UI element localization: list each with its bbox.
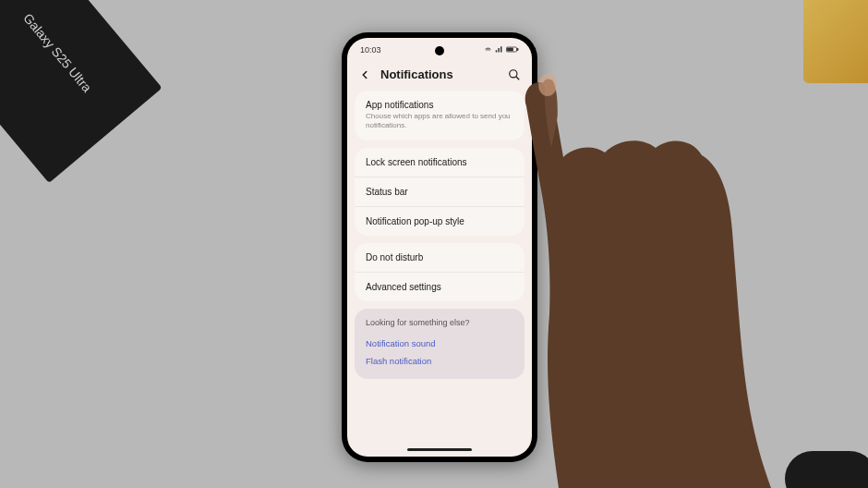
camera-hole (435, 46, 444, 55)
settings-item-app-notifications[interactable]: App notifications Choose which apps are … (355, 91, 524, 140)
suggestion-link-flash-notification[interactable]: Flash notification (366, 352, 513, 370)
svg-rect-2 (508, 48, 513, 51)
settings-item-dnd[interactable]: Do not disturb (355, 243, 524, 273)
item-title: Lock screen notifications (366, 157, 513, 167)
settings-item-status-bar[interactable]: Status bar (355, 177, 524, 207)
status-time: 10:03 (360, 45, 381, 55)
hand-overlay (512, 55, 836, 488)
page-header: Notifications (347, 62, 532, 91)
wooden-block (803, 0, 868, 83)
suggestion-link-notification-sound[interactable]: Notification sound (366, 335, 513, 352)
settings-group: App notifications Choose which apps are … (355, 91, 524, 140)
suggestion-card: Looking for something else? Notification… (355, 309, 524, 379)
nav-handle[interactable] (407, 448, 472, 451)
battery-icon (506, 45, 519, 55)
settings-group: Lock screen notifications Status bar Not… (355, 148, 524, 236)
settings-item-advanced[interactable]: Advanced settings (355, 273, 524, 301)
phone-frame: 10:03 Notifications (342, 32, 537, 462)
settings-group: Do not disturb Advanced settings (355, 243, 524, 301)
settings-item-popup-style[interactable]: Notification pop-up style (355, 207, 524, 236)
wifi-icon (484, 45, 492, 55)
status-icons (484, 45, 519, 55)
item-title: Do not disturb (366, 252, 513, 262)
page-title: Notifications (380, 67, 499, 81)
item-title: Status bar (366, 187, 513, 197)
svg-point-4 (538, 74, 557, 96)
signal-icon (495, 45, 503, 55)
item-subtitle: Choose which apps are allowed to send yo… (366, 112, 513, 131)
search-icon[interactable] (508, 68, 521, 81)
product-box: Galaxy S25 Ultra (0, 0, 163, 183)
svg-rect-1 (517, 48, 518, 50)
item-title: App notifications (366, 100, 513, 110)
product-box-label: Galaxy S25 Ultra (20, 10, 94, 94)
svg-point-3 (510, 69, 517, 77)
phone-screen: 10:03 Notifications (347, 38, 532, 457)
settings-content: App notifications Choose which apps are … (347, 91, 532, 379)
suggestion-title: Looking for something else? (366, 318, 513, 327)
settings-item-lock-screen[interactable]: Lock screen notifications (355, 148, 524, 177)
dark-object (785, 451, 868, 488)
item-title: Advanced settings (366, 282, 513, 292)
back-icon[interactable] (358, 68, 371, 81)
item-title: Notification pop-up style (366, 216, 513, 226)
